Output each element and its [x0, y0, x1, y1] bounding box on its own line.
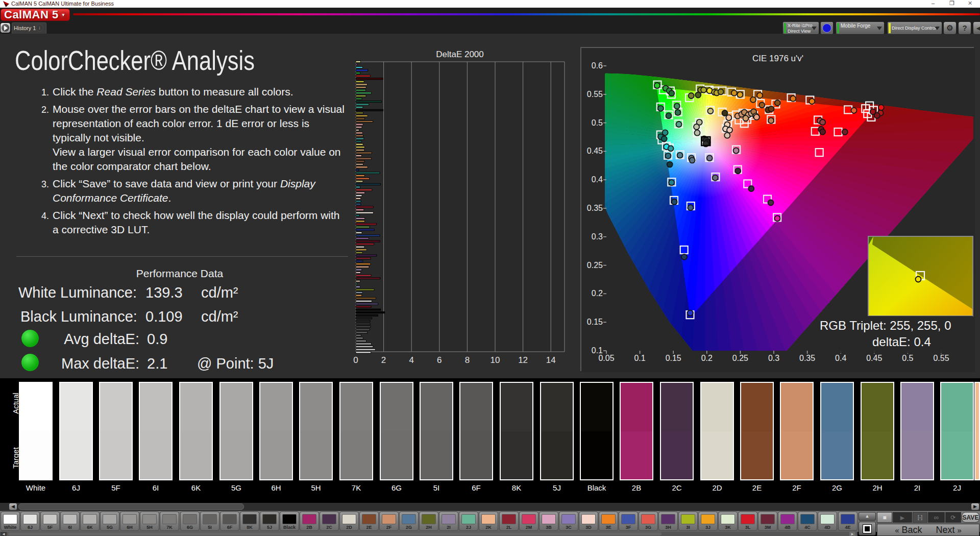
svg-text:CIE 1976 u'v': CIE 1976 u'v'	[752, 54, 803, 63]
svg-text:0.4: 0.4	[592, 175, 603, 184]
svg-text:0.1: 0.1	[634, 354, 645, 362]
svg-text:0.35: 0.35	[799, 354, 815, 362]
svg-text:8: 8	[465, 355, 470, 365]
svg-text:0: 0	[353, 355, 358, 365]
svg-text:0.4: 0.4	[835, 354, 846, 362]
svg-text:0.5: 0.5	[592, 118, 603, 127]
svg-text:0.55: 0.55	[933, 354, 949, 362]
svg-text:0.2: 0.2	[592, 289, 603, 298]
svg-text:0.2: 0.2	[701, 354, 713, 362]
svg-text:0.25: 0.25	[587, 261, 603, 270]
svg-text:0.55: 0.55	[587, 90, 603, 99]
svg-text:0.3: 0.3	[768, 354, 779, 362]
svg-text:deltaE: 0.4: deltaE: 0.4	[872, 335, 931, 349]
svg-text:0.45: 0.45	[866, 354, 882, 362]
svg-text:10: 10	[491, 355, 500, 365]
svg-text:14: 14	[546, 355, 556, 365]
svg-text:0.05: 0.05	[598, 354, 614, 362]
svg-text:DeltaE 2000: DeltaE 2000	[436, 50, 484, 59]
svg-text:0.15: 0.15	[587, 318, 603, 326]
svg-text:0.45: 0.45	[587, 147, 603, 155]
svg-text:RGB Triplet: 255, 255, 0: RGB Triplet: 255, 255, 0	[820, 319, 951, 332]
svg-text:0.35: 0.35	[587, 204, 603, 212]
svg-text:0.15: 0.15	[666, 354, 681, 362]
svg-text:4: 4	[409, 355, 413, 365]
svg-text:0.6: 0.6	[592, 61, 603, 70]
svg-text:0.5: 0.5	[902, 354, 913, 362]
svg-text:0.3: 0.3	[592, 232, 603, 241]
svg-text:2: 2	[381, 355, 386, 365]
svg-text:6: 6	[437, 355, 442, 365]
svg-text:0.25: 0.25	[732, 354, 748, 362]
svg-text:12: 12	[518, 355, 528, 365]
